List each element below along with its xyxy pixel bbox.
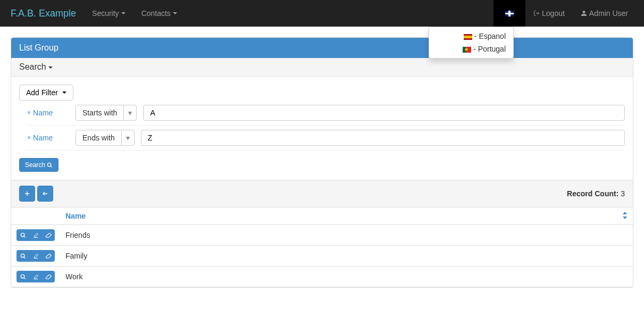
caret-icon	[48, 66, 53, 69]
table-row: Family	[11, 246, 633, 267]
filter-row: × Name Starts with ▾	[27, 101, 625, 126]
nav-security-label: Security	[92, 9, 119, 18]
svg-line-13	[23, 277, 25, 279]
sort-icon[interactable]	[622, 212, 628, 219]
col-actions	[11, 207, 60, 225]
lang-option-es-label: Espanol	[479, 32, 506, 40]
chevron-down-icon: ▾	[121, 130, 134, 145]
col-name-label: Name	[65, 212, 86, 220]
nav-logout-label: Logout	[542, 9, 565, 18]
language-dropdown: - Espanol - Portugal	[429, 27, 514, 59]
nav-contacts[interactable]: Contacts	[133, 1, 185, 26]
lang-option-pt[interactable]: - Portugal	[429, 43, 513, 55]
nav-logout[interactable]: Logout	[525, 1, 573, 26]
arrow-left-icon	[42, 190, 48, 197]
remove-filter-icon[interactable]: ×	[27, 109, 31, 116]
caret-icon	[121, 12, 126, 14]
nav-security[interactable]: Security	[84, 1, 133, 26]
svg-line-9	[23, 236, 25, 237]
svg-point-8	[21, 233, 24, 236]
col-name[interactable]: Name	[60, 207, 633, 225]
cell-name: Friends	[60, 225, 633, 246]
flag-en-icon	[505, 11, 514, 16]
svg-point-1	[48, 163, 51, 166]
nav-contacts-label: Contacts	[141, 9, 171, 18]
record-count: Record Count: 3	[567, 189, 625, 198]
flag-pt-icon	[463, 47, 471, 53]
edit-icon	[33, 274, 39, 280]
delete-button[interactable]	[42, 250, 55, 262]
search-button-label: Search	[25, 161, 45, 169]
add-button[interactable]	[19, 186, 35, 202]
panel-list-group: List Group Search Add Filter × Name Star…	[11, 37, 633, 288]
add-filter-label: Add Filter	[26, 88, 58, 97]
filter-op-select[interactable]: Starts with ▾	[76, 105, 137, 121]
filter-value-input[interactable]	[141, 130, 625, 146]
search-toggle[interactable]: Search	[11, 58, 633, 77]
filter-field-label[interactable]: Name	[33, 109, 76, 117]
search-toggle-label: Search	[19, 62, 46, 71]
svg-line-2	[51, 165, 52, 167]
edit-button[interactable]	[29, 250, 42, 262]
edit-icon	[33, 232, 39, 238]
filter-value-input[interactable]	[143, 105, 625, 121]
edit-button[interactable]	[29, 271, 42, 282]
table-row: Friends	[11, 225, 633, 246]
nav-language[interactable]	[494, 0, 525, 27]
row-actions	[16, 250, 55, 262]
table-row: Work	[11, 267, 633, 287]
svg-marker-7	[623, 217, 627, 219]
panel-title: List Group	[11, 38, 633, 58]
cell-name: Family	[60, 246, 633, 267]
edit-icon	[33, 253, 39, 259]
row-actions	[16, 229, 55, 241]
plus-icon	[24, 190, 30, 197]
chevron-down-icon: ▾	[123, 105, 136, 120]
logout-icon	[533, 10, 540, 16]
nav-user-label: Admin User	[589, 9, 628, 18]
edit-button[interactable]	[29, 229, 42, 241]
svg-marker-6	[623, 212, 627, 214]
search-icon	[20, 274, 26, 280]
brand-link[interactable]: F.A.B. Example	[8, 8, 84, 19]
row-actions	[16, 271, 55, 282]
filter-op-value: Starts with	[76, 105, 123, 120]
eraser-icon	[45, 253, 52, 259]
flag-es-icon	[464, 34, 472, 40]
view-button[interactable]	[16, 229, 29, 241]
view-button[interactable]	[16, 250, 29, 262]
record-count-value: 3	[621, 189, 625, 198]
navbar: F.A.B. Example Security Contacts Logout …	[0, 0, 644, 27]
eraser-icon	[45, 232, 52, 238]
user-icon	[581, 10, 587, 16]
search-icon	[20, 232, 26, 238]
svg-line-11	[23, 256, 25, 258]
remove-filter-icon[interactable]: ×	[27, 134, 31, 141]
nav-user[interactable]: Admin User	[573, 1, 636, 26]
filter-row: × Name Ends with ▾	[27, 126, 625, 151]
search-icon	[47, 162, 53, 168]
delete-button[interactable]	[42, 271, 55, 282]
view-button[interactable]	[16, 271, 29, 282]
search-button[interactable]: Search	[19, 158, 58, 172]
add-filter-button[interactable]: Add Filter	[19, 85, 73, 101]
back-button[interactable]	[37, 186, 53, 202]
lang-option-pt-label: Portugal	[478, 45, 506, 53]
eraser-icon	[45, 274, 52, 280]
svg-point-10	[21, 254, 24, 257]
caret-icon	[62, 91, 66, 94]
record-count-label: Record Count:	[567, 189, 618, 198]
data-table: Name FriendsFamilyWork	[11, 207, 633, 287]
filter-op-select[interactable]: Ends with ▾	[76, 130, 135, 146]
search-icon	[20, 253, 26, 259]
caret-icon	[173, 12, 177, 14]
delete-button[interactable]	[42, 229, 55, 241]
svg-point-12	[21, 274, 24, 278]
lang-option-es[interactable]: - Espanol	[429, 30, 513, 43]
filter-field-label[interactable]: Name	[33, 134, 76, 142]
cell-name: Work	[60, 267, 633, 287]
list-toolbar: Record Count: 3	[11, 180, 633, 207]
filter-op-value: Ends with	[76, 130, 121, 145]
